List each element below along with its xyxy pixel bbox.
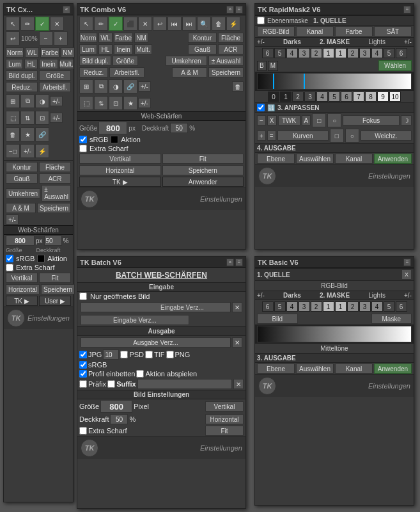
combo-icon-transform[interactable]: ⬚	[79, 96, 93, 110]
combo-pm-btn2[interactable]: +/-	[138, 98, 151, 108]
cx-tool-pencil[interactable]: ✏	[20, 17, 35, 31]
cx-tool-undo[interactable]: ↩	[6, 31, 20, 45]
combo-btn-vertikal[interactable]: Vertikal	[79, 154, 161, 164]
cx-tool-crop[interactable]: ⊡	[35, 111, 49, 125]
batch-eingabe-verz-input[interactable]	[81, 302, 231, 312]
rapid-auswaehlen-btn[interactable]: Auswählen	[296, 154, 334, 164]
batch-jpg-quality[interactable]	[103, 349, 119, 360]
basic-anwenden-btn[interactable]: Anwenden	[374, 364, 412, 374]
rapid-waehlen-btn[interactable]: Wählen	[378, 60, 412, 71]
rapid-circle2-icon[interactable]: ○	[345, 129, 359, 143]
panel-rapid-menu[interactable]: ≡	[403, 6, 411, 13]
cx-btn-umkehren[interactable]: Umkehren	[6, 188, 40, 198]
cx-zoom-minus[interactable]: −	[39, 31, 53, 45]
batch-ausgabe-verz-btn[interactable]: Ausgabe Verz...	[81, 337, 231, 348]
cx-tool-flip[interactable]: ⇅	[20, 111, 35, 125]
combo-btn-farbe[interactable]: Farbe	[114, 33, 133, 43]
cx-tool-transform[interactable]: ⬚	[6, 111, 20, 125]
cx-extra-check[interactable]	[6, 264, 13, 271]
combo-btn-hl[interactable]: HL	[98, 44, 113, 54]
panel-combo-expand[interactable]: »	[226, 6, 234, 13]
cx-btn-inein[interactable]: Inein	[39, 59, 58, 69]
cx-tool-x[interactable]: ✕	[50, 17, 64, 31]
combo-icon-crop[interactable]: ⊡	[109, 96, 123, 110]
rapid-pm-right[interactable]: +/-	[404, 38, 412, 45]
combo-btn-gauss[interactable]: Gauß	[188, 44, 217, 54]
combo-btn-fit[interactable]: Fit	[162, 154, 244, 164]
rapid-b-btn[interactable]: B	[257, 61, 267, 71]
basic-ebene-btn[interactable]: Ebene	[257, 364, 295, 374]
batch-suffix-check[interactable]	[107, 380, 115, 388]
combo-btn-norm[interactable]: Norm	[79, 33, 97, 43]
combo-anwender-btn[interactable]: Anwender	[162, 177, 244, 187]
cx-tool-link[interactable]: 🔗	[35, 127, 49, 141]
cx-btn-vertikal[interactable]: Vertikal	[6, 273, 38, 283]
cx-tool-check[interactable]: ✓	[35, 17, 49, 31]
basic-maske-btn[interactable]: Maske	[371, 314, 412, 324]
combo-icon-mask[interactable]: ◑	[109, 79, 123, 93]
batch-aktion-check[interactable]	[136, 370, 144, 378]
combo-tool-check[interactable]: ✓	[109, 17, 123, 31]
cx-btn-fit[interactable]: Fit	[39, 273, 71, 283]
cx-btn-gauss[interactable]: Gauß	[6, 173, 38, 184]
basic-gradient-slider[interactable]	[257, 326, 412, 342]
cx-btn-mult[interactable]: Mult.	[59, 59, 74, 69]
batch-deckkraft-input[interactable]	[110, 414, 128, 424]
cx-btn-horizontal[interactable]: Horizontal	[6, 284, 40, 294]
cx-groesse-input[interactable]	[6, 236, 35, 246]
batch-profil-check[interactable]	[79, 370, 87, 378]
basic-bild-btn[interactable]: Bild	[257, 314, 298, 324]
combo-deckkraft-input[interactable]	[170, 123, 188, 133]
cx-btn-flaeche[interactable]: Fläche	[39, 162, 71, 172]
cx-tool-copy[interactable]: ⧉	[20, 94, 35, 108]
rapid-slider-handle-1[interactable]	[273, 74, 274, 89]
combo-btn-groesse[interactable]: Größe	[113, 56, 138, 66]
batch-jpg-check[interactable]	[79, 351, 87, 358]
panel-cx-collapse[interactable]: «	[63, 6, 70, 13]
rapid-kanal-btn[interactable]: Kanal	[296, 26, 334, 36]
cx-zoom-plus[interactable]: +	[54, 31, 68, 45]
cx-tool-delete[interactable]: 🗑	[6, 127, 20, 141]
combo-btn-wl[interactable]: WL	[98, 33, 113, 43]
basic-x-btn[interactable]: X	[401, 269, 412, 280]
combo-tool-fwd[interactable]: ⏭	[182, 17, 196, 31]
rapid-a-btn[interactable]: A	[302, 115, 311, 125]
combo-btn-speichern[interactable]: Speichern	[208, 67, 244, 77]
combo-extra-check[interactable]	[79, 145, 87, 152]
batch-eingabe-verz-btn[interactable]: Eingabe Verz...	[81, 315, 189, 325]
rapid-ebene-btn[interactable]: Ebene	[257, 154, 295, 164]
batch-eingabe-clear[interactable]: ✕	[232, 302, 242, 312]
cx-btn-am[interactable]: A & M	[6, 203, 36, 213]
combo-tool-zoom[interactable]: 🔍	[197, 17, 211, 31]
combo-tool-undo[interactable]: ↩	[153, 17, 167, 31]
basic-pm-left[interactable]: +/-	[257, 292, 265, 299]
cx-tool-pm[interactable]: +/-	[20, 144, 35, 158]
combo-tool-pencil[interactable]: ✏	[94, 17, 108, 31]
batch-nur-check[interactable]	[79, 292, 87, 300]
combo-btn-auswahl[interactable]: ± Auswahl	[208, 56, 244, 66]
rapid-anpassen-check[interactable]	[257, 104, 265, 111]
cx-tool-mask[interactable]: ◑	[35, 94, 49, 108]
rapid-circle-icon[interactable]: ○	[327, 113, 341, 127]
combo-btn-nm[interactable]: NM	[134, 33, 148, 43]
cx-tool-star[interactable]: ★	[20, 127, 35, 141]
batch-suffix-input[interactable]	[137, 379, 232, 389]
rapid-farbe-btn[interactable]: Farbe	[335, 26, 373, 36]
rapid-m-btn[interactable]: M	[268, 61, 278, 71]
cx-tool-flash[interactable]: ⚡	[35, 144, 49, 158]
panel-batch-expand[interactable]: »	[226, 259, 234, 266]
rapid-slider-handle-2[interactable]	[304, 74, 305, 89]
rapid-pm-left[interactable]: +/-	[257, 38, 265, 45]
rapid-kurven-btn[interactable]: Kurven	[277, 131, 329, 141]
combo-icon-link[interactable]: 🔗	[123, 79, 137, 93]
combo-btn-umkehren[interactable]: Umkehren	[166, 56, 207, 66]
panel-basic-menu[interactable]: ≡	[403, 259, 411, 266]
combo-pm-btn[interactable]: +/-	[138, 81, 151, 92]
rapid-eq-btn[interactable]: =	[267, 131, 276, 141]
combo-tool-x[interactable]: ✕	[138, 17, 152, 31]
cx-btn-kontur[interactable]: Kontur	[6, 162, 38, 172]
cx-btn-groesse[interactable]: Größe	[39, 70, 71, 81]
cx-btn-hl[interactable]: HL	[24, 59, 38, 69]
cx-user-btn[interactable]: User ▶	[39, 296, 71, 306]
batch-tif-check[interactable]	[145, 351, 153, 358]
